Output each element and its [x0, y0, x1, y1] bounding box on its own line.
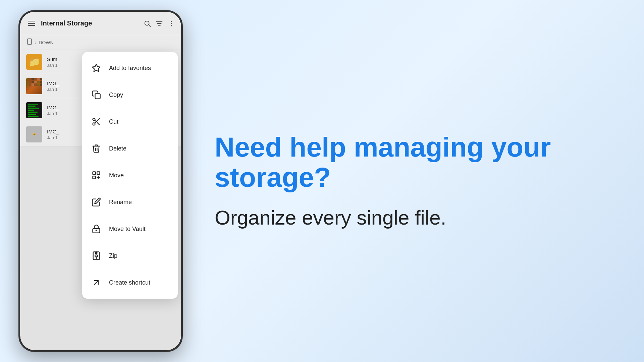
- svg-rect-19: [93, 176, 96, 179]
- phone-frame: Internal Storage: [18, 10, 183, 352]
- headline: Need help managing your storage?: [215, 132, 617, 192]
- context-menu: Add to favorites Copy: [82, 52, 178, 299]
- menu-label-create-shortcut: Create shortcut: [109, 279, 150, 286]
- move-icon: [90, 169, 102, 181]
- menu-label-cut: Cut: [109, 118, 118, 125]
- menu-item-delete[interactable]: Delete: [82, 135, 178, 162]
- svg-point-21: [96, 230, 97, 231]
- menu-item-create-shortcut[interactable]: Create shortcut: [82, 269, 178, 296]
- right-content: Need help managing your storage? Organiz…: [215, 132, 617, 230]
- svg-rect-17: [93, 172, 96, 175]
- zip-icon: [90, 250, 102, 262]
- menu-label-zip: Zip: [109, 252, 117, 259]
- menu-label-copy: Copy: [109, 92, 123, 99]
- svg-line-15: [97, 123, 99, 125]
- edit-icon: [90, 196, 102, 208]
- menu-item-zip[interactable]: Zip: [82, 242, 178, 269]
- phone-screen: Internal Storage: [20, 12, 181, 350]
- svg-rect-18: [97, 172, 100, 175]
- svg-rect-11: [95, 94, 100, 99]
- trash-icon: [90, 142, 102, 155]
- menu-label-rename: Rename: [109, 199, 132, 206]
- context-menu-overlay[interactable]: Add to favorites Copy: [20, 12, 181, 350]
- star-icon: [90, 62, 102, 74]
- menu-label-add-favorites: Add to favorites: [109, 65, 151, 72]
- lock-icon: [90, 223, 102, 235]
- menu-label-delete: Delete: [109, 145, 126, 152]
- subheadline: Organize every single file.: [215, 206, 617, 230]
- menu-label-move: Move: [109, 172, 124, 179]
- menu-item-copy[interactable]: Copy: [82, 81, 178, 108]
- svg-line-28: [94, 281, 98, 285]
- menu-item-move[interactable]: Move: [82, 162, 178, 189]
- copy-icon: [90, 89, 102, 101]
- svg-marker-10: [92, 64, 100, 71]
- shortcut-icon: [90, 277, 102, 289]
- scissors-icon: [90, 116, 102, 128]
- menu-item-rename[interactable]: Rename: [82, 189, 178, 216]
- menu-item-cut[interactable]: Cut: [82, 108, 178, 135]
- menu-item-add-favorites[interactable]: Add to favorites: [82, 55, 178, 81]
- svg-line-16: [95, 120, 96, 122]
- menu-item-move-vault[interactable]: Move to Vault: [82, 216, 178, 242]
- menu-label-move-vault: Move to Vault: [109, 226, 146, 233]
